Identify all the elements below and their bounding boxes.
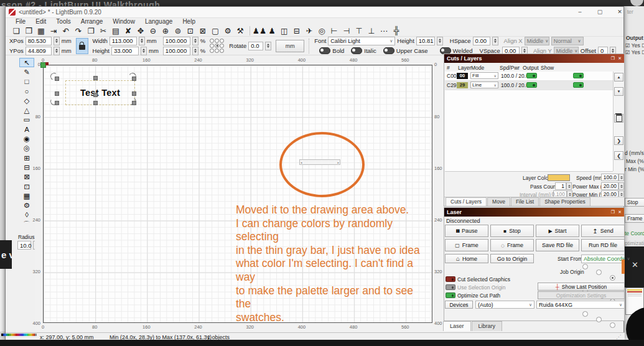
hspace-spinner[interactable]	[492, 37, 498, 45]
use-selection-origin-toggle[interactable]	[446, 284, 455, 290]
layer-mode-combo[interactable]: Line∨	[470, 82, 498, 88]
align-left-icon[interactable]: ⊢	[328, 26, 340, 36]
xpos-spinner[interactable]	[54, 37, 60, 45]
right-arrow-icon[interactable]: ▸	[337, 161, 339, 164]
selection-handle[interactable]	[55, 101, 59, 105]
optimize-cut-path-toggle[interactable]	[446, 292, 455, 298]
speed-spinner[interactable]	[618, 174, 624, 181]
width-field[interactable]: 113.000	[110, 37, 137, 45]
import-file-icon[interactable]: ⇥	[47, 26, 60, 36]
group-icon[interactable]: ♟♟	[253, 26, 266, 36]
power-max-spinner[interactable]	[618, 182, 624, 190]
layer-swatch[interactable]: 00	[457, 73, 468, 79]
flip-horizontal-icon[interactable]: ◫	[278, 26, 291, 36]
save-rd-file-button[interactable]: Save RD file	[536, 239, 579, 251]
height-field[interactable]: 33.000	[111, 47, 139, 55]
show-last-position-button[interactable]: ┼Show Last Position	[538, 283, 625, 291]
camera-capture-icon[interactable]: ⊠	[197, 26, 209, 36]
tab-library[interactable]: Library	[472, 321, 503, 331]
frame-square-button[interactable]: ▢Frame	[445, 239, 488, 251]
width-percent-spinner[interactable]	[192, 37, 198, 45]
scroll-down-button[interactable]: ▼	[614, 87, 623, 96]
mirror-icon[interactable]: ✈	[303, 26, 315, 36]
menu-edit[interactable]: Edit	[30, 18, 51, 25]
speed-field[interactable]: 100.0	[601, 174, 618, 181]
delete-icon[interactable]: ✘	[122, 26, 134, 36]
selection-handle[interactable]	[55, 77, 59, 81]
start-button[interactable]: ▶Start	[536, 225, 579, 237]
job-origin-radio[interactable]	[610, 275, 615, 281]
font-combo[interactable]: Calibri Light∨	[328, 37, 395, 45]
selection-handle[interactable]	[93, 76, 98, 80]
send-button[interactable]: ↥Send	[581, 225, 625, 237]
align-bottom-icon[interactable]: ⊥	[365, 26, 378, 36]
minimize-button[interactable]: –	[573, 7, 587, 16]
frame-selection-icon[interactable]: ⊡	[184, 26, 197, 36]
selection-handle[interactable]	[132, 101, 136, 105]
move-layer-left-button[interactable]: ❮	[614, 151, 623, 160]
selection-box[interactable]: Test Text	[65, 80, 135, 105]
text-object[interactable]: Test Text	[80, 88, 120, 98]
pause-button[interactable]: ▮▮Pause	[445, 225, 488, 237]
palette-swatch[interactable]	[35, 334, 37, 336]
close-panel-icon[interactable]: ✕	[618, 210, 622, 215]
settings-icon[interactable]: ⚙	[222, 26, 234, 36]
paste-icon[interactable]: ▤	[110, 26, 122, 36]
optimization-settings-button[interactable]: Optimization Settings	[538, 291, 625, 299]
menu-language[interactable]: Language	[140, 18, 178, 25]
home-button[interactable]: ⌂Home	[445, 254, 488, 263]
preview-icon[interactable]: ▢	[209, 26, 222, 36]
height-percent-field[interactable]: 100.000	[163, 47, 190, 55]
stop-button[interactable]: ■Stop	[490, 225, 534, 237]
menu-file[interactable]: File	[11, 18, 30, 25]
distribute-icon[interactable]: ⋯	[378, 26, 390, 36]
italic-toggle[interactable]	[351, 47, 362, 54]
menu-help[interactable]: Help	[177, 18, 200, 25]
show-toggle[interactable]	[573, 73, 584, 78]
layer-row[interactable]: C00 00 Fill∨ 100.0 / 20.0	[445, 72, 613, 81]
menu-window[interactable]: Window	[108, 18, 140, 25]
zoom-page-icon[interactable]: ⊚	[172, 26, 184, 36]
layer-color-swatch[interactable]	[548, 174, 570, 181]
height-spinner[interactable]	[141, 47, 147, 55]
window-titlebar[interactable]: <untitled> * - LightBurn 0.9.20 – ▢ ✕	[6, 7, 623, 18]
output-toggle[interactable]	[526, 73, 537, 78]
redo-icon[interactable]: ↷	[72, 26, 85, 36]
tab-laser[interactable]: Laser	[443, 321, 471, 331]
left-arrow-icon[interactable]: ◂	[301, 161, 302, 164]
device-name-combo[interactable]: Ruida 644XG∨	[536, 301, 625, 309]
selection-handle[interactable]	[55, 91, 59, 96]
layer-swatch[interactable]: 29	[457, 82, 468, 88]
move-to-position-icon[interactable]: ╬	[390, 26, 403, 36]
zoom-out-icon[interactable]: ⊖	[147, 26, 159, 36]
align-right-icon[interactable]: ⊣	[340, 26, 353, 36]
device-auto-combo[interactable]: (Auto)∨	[475, 301, 534, 309]
height-percent-spinner[interactable]	[192, 47, 198, 55]
tab-move[interactable]: Move	[487, 197, 510, 206]
tab-shape-properties[interactable]: Shape Properties	[539, 197, 590, 206]
copy-icon[interactable]: ❐	[85, 26, 97, 36]
font-height-field[interactable]: 10.81	[416, 37, 435, 45]
float-panel-icon[interactable]: ❐	[611, 56, 615, 61]
close-button[interactable]: ✕	[613, 7, 627, 16]
pass-count-spinner[interactable]	[566, 182, 572, 190]
power-max-field[interactable]: 20.00	[601, 182, 618, 190]
delete-layer-button[interactable]	[614, 114, 623, 123]
undo-icon[interactable]: ↶	[60, 26, 72, 36]
cuts-panel-titlebar[interactable]: Cuts / Layers ❐✕	[444, 54, 624, 63]
lock-aspect-button[interactable]	[76, 38, 88, 54]
selection-handle[interactable]	[93, 101, 98, 105]
thin-gray-bar[interactable]: ◂▸	[299, 159, 340, 165]
devices-button[interactable]: Devices	[445, 301, 473, 309]
selection-handle[interactable]	[93, 93, 98, 97]
save-file-icon[interactable]: ▦	[35, 26, 47, 36]
scroll-up-button[interactable]: ▲	[614, 73, 623, 82]
tab-cuts-layers[interactable]: Cuts / Layers	[446, 197, 487, 206]
new-file-icon[interactable]: ❏	[10, 26, 22, 36]
layer-row[interactable]: C29 29 Line∨ 100.0 / 20.0	[445, 81, 613, 90]
move-layer-right-button[interactable]: ❯	[614, 136, 623, 145]
ypos-spinner[interactable]	[54, 47, 60, 55]
menu-tools[interactable]: Tools	[51, 18, 75, 25]
units-button[interactable]: mm	[276, 40, 304, 52]
close-panel-icon[interactable]: ✕	[618, 56, 622, 61]
